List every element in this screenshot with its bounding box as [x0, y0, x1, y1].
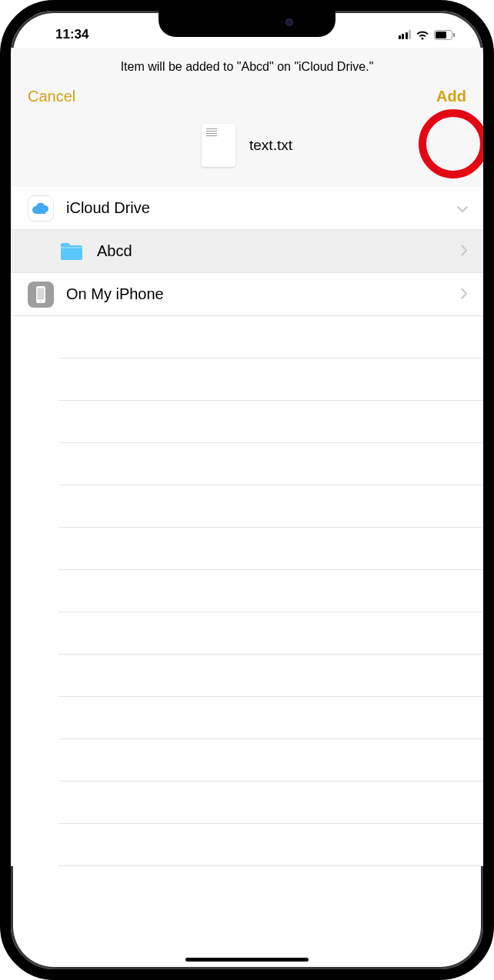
- status-icons: [399, 30, 461, 40]
- wifi-icon: [416, 30, 429, 40]
- folder-icon: [58, 238, 85, 265]
- location-row-abcd[interactable]: Abcd: [11, 230, 483, 273]
- file-preview: text.txt: [11, 119, 483, 187]
- location-label: On My iPhone: [66, 285, 461, 303]
- add-button[interactable]: Add: [436, 88, 466, 105]
- cancel-button[interactable]: Cancel: [28, 88, 75, 105]
- svg-point-5: [40, 301, 42, 302]
- device-frame: 11:34 Item will be added to "Abcd" on "i…: [0, 0, 494, 980]
- nav-row: Cancel Add: [11, 88, 483, 119]
- status-time: 11:34: [34, 27, 88, 42]
- location-row-on-my-iphone[interactable]: On My iPhone: [11, 273, 483, 316]
- chevron-down-icon: [457, 199, 468, 217]
- svg-rect-4: [38, 288, 45, 299]
- screen: 11:34 Item will be added to "Abcd" on "i…: [11, 11, 483, 969]
- device-notch: [159, 11, 335, 37]
- svg-rect-1: [436, 32, 446, 38]
- empty-rows: [11, 316, 483, 866]
- home-indicator[interactable]: [185, 958, 309, 962]
- iphone-icon: [28, 282, 54, 308]
- location-label: iCloud Drive: [66, 199, 457, 217]
- chevron-right-icon: [461, 285, 468, 303]
- chevron-right-icon: [461, 242, 468, 260]
- svg-rect-2: [453, 33, 455, 37]
- file-name-label: text.txt: [249, 137, 292, 154]
- cellular-icon: [399, 30, 412, 39]
- destination-subtitle: Item will be added to "Abcd" on "iCloud …: [11, 48, 483, 88]
- location-row-icloud-drive[interactable]: iCloud Drive: [11, 187, 483, 230]
- location-list: iCloud Drive Abcd: [11, 187, 483, 316]
- location-label: Abcd: [97, 242, 461, 260]
- icloud-icon: [28, 195, 54, 222]
- battery-icon: [434, 30, 456, 40]
- file-thumbnail-icon: [202, 124, 235, 167]
